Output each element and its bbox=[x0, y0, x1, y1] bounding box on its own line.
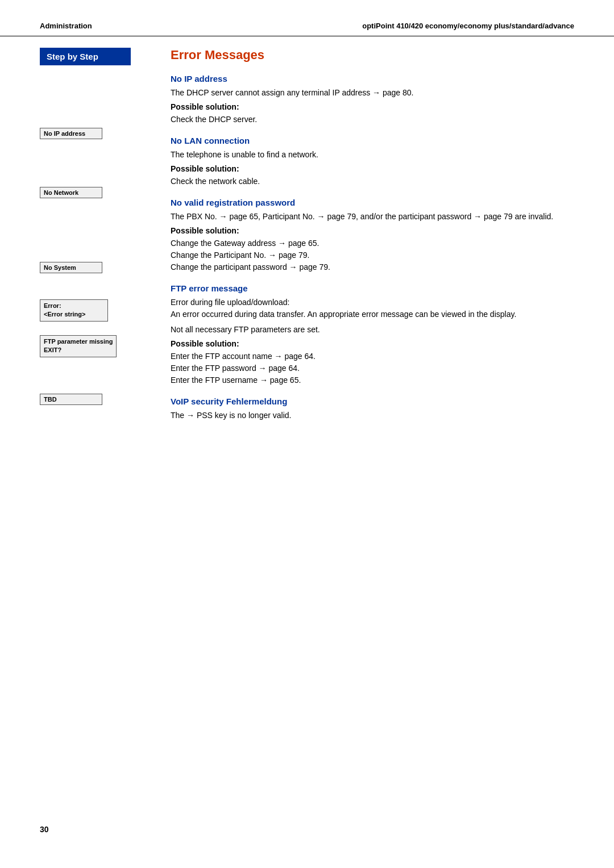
subtitle-no-ip: No IP address bbox=[171, 74, 574, 84]
solution-label-no-reg: Possible solution: bbox=[171, 226, 574, 235]
subtitle-no-reg: No valid registration password bbox=[171, 198, 574, 207]
body-voip: The → PSS key is no longer valid. bbox=[171, 410, 574, 422]
solution-label-no-lan: Possible solution: bbox=[171, 164, 574, 173]
section-no-ip: No IP address The DHCP server cannot ass… bbox=[171, 74, 574, 126]
display-label-no-system: No System bbox=[40, 262, 102, 273]
step-by-step-banner: Step by Step bbox=[40, 48, 131, 65]
display-label-tbd: TBD bbox=[40, 394, 102, 405]
section-voip: VoIP security Fehlermeldung The → PSS ke… bbox=[171, 397, 574, 422]
page-number: 30 bbox=[40, 825, 49, 834]
left-column: Step by Step No IP address No Network No… bbox=[40, 36, 165, 820]
solution-no-lan: Check the network cable. bbox=[171, 176, 574, 187]
header-left-label: Administration bbox=[40, 22, 92, 30]
page-title: Error Messages bbox=[171, 48, 574, 62]
solution-label-ftp: Possible solution: bbox=[171, 339, 574, 348]
body-ftp2: Not all necessary FTP parameters are set… bbox=[171, 324, 574, 336]
display-label-no-ip: No IP address bbox=[40, 128, 102, 139]
solution-label-no-ip: Possible solution: bbox=[171, 102, 574, 111]
subtitle-ftp: FTP error message bbox=[171, 283, 574, 293]
solution-no-reg: Change the Gateway address → page 65. Ch… bbox=[171, 237, 574, 273]
section-ftp: FTP error message Error during file uplo… bbox=[171, 283, 574, 386]
body-ftp: Error during file upload/download: An er… bbox=[171, 297, 574, 320]
display-label-no-network: No Network bbox=[40, 187, 102, 198]
header-right-label: optiPoint 410/420 economy/economy plus/s… bbox=[362, 22, 574, 30]
display-label-error-string: Error: <Error string> bbox=[40, 299, 108, 322]
solution-ftp: Enter the FTP account name → page 64. En… bbox=[171, 350, 574, 386]
subtitle-voip: VoIP security Fehlermeldung bbox=[171, 397, 574, 406]
subtitle-no-lan: No LAN connection bbox=[171, 136, 574, 145]
solution-no-ip: Check the DHCP server. bbox=[171, 114, 574, 126]
body-no-lan: The telephone is unable to find a networ… bbox=[171, 149, 574, 161]
body-no-ip: The DHCP server cannot assign any termin… bbox=[171, 87, 574, 99]
body-no-reg: The PBX No. → page 65, Participant No. →… bbox=[171, 211, 574, 223]
section-no-lan: No LAN connection The telephone is unabl… bbox=[171, 136, 574, 187]
right-column: Error Messages No IP address The DHCP se… bbox=[165, 36, 574, 820]
section-no-reg: No valid registration password The PBX N… bbox=[171, 198, 574, 273]
display-label-ftp-missing: FTP parameter missing EXIT? bbox=[40, 335, 117, 357]
